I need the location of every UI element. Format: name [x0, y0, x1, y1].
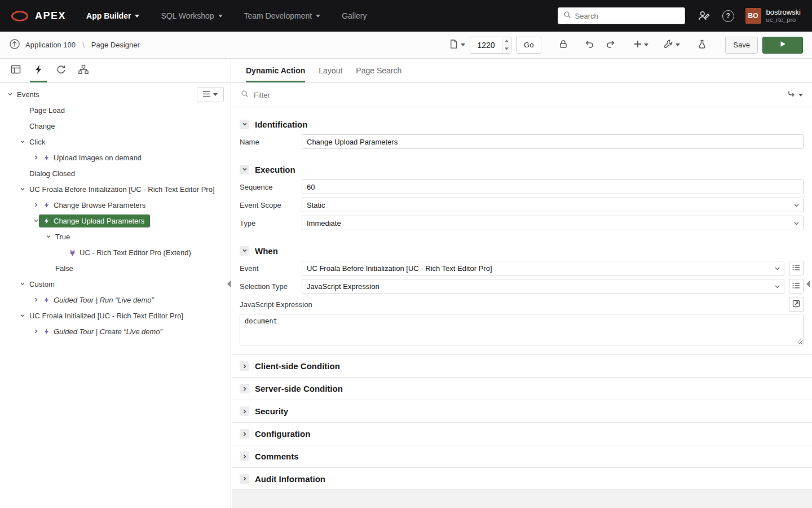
tree-item-uc-froala-before-initialization[interactable]: UC Froala Before Initialization [UC - Ri… [0, 181, 231, 197]
section-comments[interactable]: Comments [232, 445, 812, 467]
go-button[interactable]: Go [516, 37, 541, 54]
user-menu[interactable]: BO bostrowski uc_rte_pro [745, 8, 801, 24]
help-icon[interactable]: ? [722, 10, 734, 22]
page-lock-button[interactable] [555, 37, 572, 54]
global-search[interactable] [558, 7, 685, 24]
goto-component-menu-button[interactable] [787, 90, 803, 100]
sequence-input[interactable] [302, 179, 804, 194]
event-scope-select[interactable]: Static [302, 198, 804, 212]
tab-rendering[interactable] [5, 59, 27, 82]
tree-item-dialog-closed[interactable]: Dialog Closed [0, 165, 231, 181]
team-dev-flask-button[interactable] [694, 37, 710, 54]
tab-dynamic-actions[interactable] [27, 59, 50, 82]
field-name: Name [240, 134, 804, 149]
tree-item-change[interactable]: Change [0, 118, 231, 134]
type-select[interactable]: Immediate [302, 216, 804, 230]
nav-team-development[interactable]: Team Development [244, 11, 321, 20]
javascript-expression-input[interactable]: document [240, 314, 804, 345]
section-configuration[interactable]: Configuration [232, 422, 812, 445]
chevron-right-icon[interactable] [33, 155, 39, 160]
section-audit-information[interactable]: Audit Information [232, 467, 812, 490]
wrench-icon [663, 39, 673, 51]
breadcrumb-page-designer[interactable]: Page Designer [91, 41, 140, 49]
tab-page-search[interactable]: Page Search [356, 59, 401, 82]
collapse-left-splitter-icon[interactable] [227, 281, 231, 287]
save-button[interactable]: Save [725, 37, 758, 54]
utilities-menu-button[interactable] [663, 37, 680, 54]
section-execution-header[interactable]: Execution [232, 159, 812, 179]
page-number-input[interactable] [470, 37, 502, 53]
tree-item-custom[interactable]: Custom [0, 276, 231, 292]
admin-user-edit-icon[interactable] [696, 8, 711, 23]
chevron-right-icon[interactable] [33, 297, 39, 303]
tree-item-upload-images-on-demand[interactable]: Upload Images on demand [0, 150, 231, 165]
page-number-down-button[interactable] [502, 45, 511, 53]
event-list-of-values-button[interactable] [789, 261, 804, 275]
chevron-down-icon[interactable] [19, 313, 26, 318]
plus-icon [634, 40, 642, 50]
tree-item-guided-tour-create[interactable]: Guided Tour | Create “Live demo” [0, 323, 231, 339]
chevron-down-icon[interactable] [45, 234, 52, 239]
tree-item-click[interactable]: Click [0, 134, 231, 150]
chevron-down-icon[interactable] [240, 120, 249, 129]
tree-item-false[interactable]: False [0, 260, 231, 276]
section-security[interactable]: Security [232, 400, 812, 422]
tab-page-shared-components[interactable] [72, 59, 95, 82]
chevron-down-icon[interactable] [240, 165, 249, 174]
property-filter-input[interactable] [254, 91, 782, 99]
chevron-down-icon[interactable] [19, 281, 26, 287]
tree-item-change-browse-parameters[interactable]: Change Browse Parameters [0, 197, 231, 213]
section-client-side-condition[interactable]: Client-side Condition [232, 354, 812, 377]
flask-icon [697, 39, 707, 51]
tree-item-guided-tour-run[interactable]: Guided Tour | Run “Live demo” [0, 292, 231, 308]
field-event-scope: Event Scope Static [240, 198, 804, 212]
undo-button[interactable] [581, 37, 598, 54]
section-identification: Identification Name [232, 107, 812, 159]
application-icon[interactable] [9, 38, 20, 51]
event-select[interactable]: UC Froala Before Initialization [UC - Ri… [302, 261, 784, 275]
tree-item-change-upload-parameters-selected[interactable]: Change Upload Parameters [0, 213, 231, 229]
hamburger-icon [203, 90, 210, 99]
page-select-menu[interactable] [449, 39, 465, 51]
tree-menu-button[interactable] [197, 87, 224, 102]
report-grid-icon [10, 64, 21, 77]
section-server-side-condition[interactable]: Server-side Condition [232, 377, 812, 400]
chevron-down-icon[interactable] [240, 246, 249, 256]
tree-item-page-load[interactable]: Page Load [0, 102, 231, 118]
name-input[interactable] [302, 134, 804, 149]
chevron-right-icon[interactable] [33, 202, 39, 208]
breadcrumb-separator: \ [82, 41, 85, 50]
nav-gallery[interactable]: Gallery [342, 11, 367, 20]
section-when-header[interactable]: When [232, 240, 812, 261]
brand[interactable]: APEX [11, 10, 66, 22]
tab-layout[interactable]: Layout [319, 59, 342, 82]
collapse-right-splitter-icon[interactable] [806, 281, 810, 287]
dynamic-action-bolt-icon [43, 328, 50, 335]
search-input[interactable] [575, 12, 679, 20]
page-number-up-button[interactable] [502, 37, 511, 45]
chevron-down-icon[interactable] [7, 91, 14, 97]
selection-type-select[interactable]: JavaScript Expression [302, 279, 784, 294]
section-identification-header[interactable]: Identification [232, 114, 812, 134]
nav-sql-workshop[interactable]: SQL Workshop [161, 11, 222, 20]
selected-tree-node[interactable]: Change Upload Parameters [39, 214, 150, 227]
nav-app-builder[interactable]: App Builder [86, 11, 139, 20]
dynamic-actions-tree: Events Page Load Change Click Upload Ima… [0, 83, 231, 339]
field-event: Event UC Froala Before Initialization [U… [240, 261, 804, 275]
chevron-down-icon[interactable] [19, 139, 26, 144]
tree-item-events[interactable]: Events [0, 86, 231, 102]
chevron-down-icon[interactable] [19, 186, 26, 192]
tree-item-true[interactable]: True [0, 229, 231, 244]
tab-dynamic-action[interactable]: Dynamic Action [246, 59, 305, 82]
chevron-right-icon[interactable] [33, 329, 39, 334]
chevron-right-icon [240, 406, 249, 416]
redo-button[interactable] [602, 37, 619, 54]
create-menu-button[interactable] [633, 37, 650, 54]
tree-item-uc-froala-initialized[interactable]: UC Froala Initialized [UC - Rich Text Ed… [0, 308, 231, 323]
open-code-editor-button[interactable] [789, 297, 804, 312]
breadcrumb-application[interactable]: Application 100 [25, 41, 76, 49]
tab-processing[interactable] [50, 59, 72, 82]
tree-item-uc-rich-text-editor-pro-extend[interactable]: UC - Rich Text Editor Pro (Extend) [0, 244, 231, 260]
run-button[interactable] [762, 37, 803, 54]
selection-type-list-of-values-button[interactable] [789, 279, 804, 294]
